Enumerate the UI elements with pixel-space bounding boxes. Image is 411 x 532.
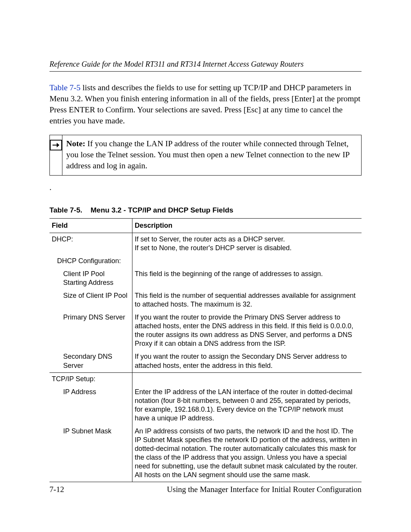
page: Reference Guide for the Model RT311 and … (0, 0, 411, 532)
description-cell: This field is the beginning of the range… (132, 268, 362, 289)
table-row: DHCP:If set to Server, the router acts a… (49, 233, 362, 255)
field-cell: DHCP: (49, 233, 132, 255)
intro-paragraph: Table 7-5 lists and describes the fields… (49, 82, 362, 126)
table-row: Size of Client IP PoolThis field is the … (49, 289, 362, 311)
description-cell: If you want the router to provide the Pr… (132, 311, 362, 350)
table-caption: Table 7-5.Menu 3.2 - TCP/IP and DHCP Set… (49, 206, 362, 215)
table-caption-title: Menu 3.2 - TCP/IP and DHCP Setup Fields (91, 206, 233, 214)
table-row: Client IP Pool Starting AddressThis fiel… (49, 268, 362, 289)
table-body: DHCP:If set to Server, the router acts a… (49, 233, 362, 482)
table-header-row: Field Description (49, 219, 362, 233)
fields-table: Field Description DHCP:If set to Server,… (49, 218, 362, 482)
table-row: IP AddressEnter the IP address of the LA… (49, 386, 362, 425)
table-caption-number: Table 7-5. (49, 206, 91, 215)
footer-section-title: Using the Manager Interface for Initial … (167, 484, 362, 495)
field-name: Secondary DNS Server (52, 352, 130, 370)
field-name: DHCP Configuration: (52, 257, 130, 265)
field-cell: IP Address (49, 386, 132, 425)
description-cell: This field is the number of sequential a… (132, 289, 362, 311)
description-cell: If set to Server, the router acts as a D… (132, 233, 362, 255)
field-name: Client IP Pool Starting Address (52, 270, 130, 287)
note-text: Note: If you change the LAN IP address o… (62, 135, 361, 175)
page-footer: 7-12 Using the Manager Interface for Ini… (49, 482, 362, 495)
description-cell (132, 372, 362, 386)
arrow-right-icon (50, 140, 62, 150)
field-name: IP Address (52, 388, 130, 396)
field-name: Primary DNS Server (52, 313, 130, 322)
table-row: TCP/IP Setup: (49, 372, 362, 386)
page-number: 7-12 (49, 484, 64, 495)
th-field: Field (49, 219, 132, 233)
running-header: Reference Guide for the Model RT311 and … (49, 59, 362, 72)
field-name: Size of Client IP Pool (52, 291, 130, 300)
stray-dot: . (49, 182, 362, 193)
note-box: Note: If you change the LAN IP address o… (49, 135, 362, 176)
field-cell: Size of Client IP Pool (49, 289, 132, 311)
table-row: Primary DNS ServerIf you want the router… (49, 311, 362, 350)
description-cell (132, 255, 362, 268)
svg-marker-1 (57, 143, 59, 147)
description-cell: An IP address consists of two parts, the… (132, 425, 362, 482)
description-cell: If you want the router to assign the Sec… (132, 350, 362, 372)
table-row: DHCP Configuration: (49, 255, 362, 268)
description-cell: Enter the IP address of the LAN interfac… (132, 386, 362, 425)
note-icon-cell (50, 135, 62, 175)
field-name: DHCP: (52, 235, 73, 243)
field-name: TCP/IP Setup: (52, 375, 96, 383)
note-label: Note: (66, 139, 85, 148)
field-name: IP Subnet Mask (52, 427, 130, 436)
table-row: IP Subnet MaskAn IP address consists of … (49, 425, 362, 482)
table-row: Secondary DNS ServerIf you want the rout… (49, 350, 362, 372)
field-cell: TCP/IP Setup: (49, 372, 132, 386)
field-cell: IP Subnet Mask (49, 425, 132, 482)
field-cell: Primary DNS Server (49, 311, 132, 350)
table-reference-link[interactable]: Table 7-5 (49, 83, 80, 92)
note-body: If you change the LAN IP address of the … (66, 139, 349, 170)
th-description: Description (132, 219, 362, 233)
field-cell: DHCP Configuration: (49, 255, 132, 268)
intro-text: lists and describes the fields to use fo… (49, 83, 360, 125)
field-cell: Secondary DNS Server (49, 350, 132, 372)
field-cell: Client IP Pool Starting Address (49, 268, 132, 289)
